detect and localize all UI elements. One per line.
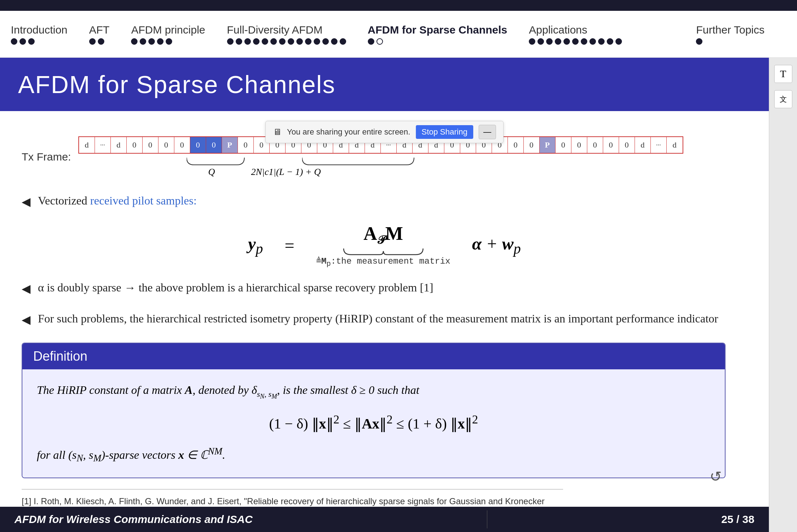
- nav-dots-applications: [529, 38, 622, 45]
- nav-dot: [253, 38, 260, 45]
- nav-dot: [89, 38, 96, 45]
- bullet-item-2: ◀ α is doubly sparse → the above problem…: [22, 279, 747, 297]
- frame-cell-0-6: 0: [206, 137, 222, 153]
- frame-cell-0-3: 0: [158, 137, 174, 153]
- nav-dot: [157, 38, 164, 45]
- definition-header: Definition: [22, 343, 725, 369]
- math-apm: A𝒫M: [363, 223, 403, 247]
- nav-dot: [331, 38, 337, 45]
- slide-title: AFDM for Sparse Channels: [18, 70, 335, 98]
- nav-dots-further-topics: [696, 38, 702, 45]
- nav-label-further-topics: Further Topics: [696, 24, 765, 36]
- nav-item-full-diversity[interactable]: Full-Diversity AFDM: [227, 24, 346, 45]
- nav-item-afdm-principle[interactable]: AFDM principle: [131, 24, 205, 45]
- definition-title: Definition: [33, 349, 87, 364]
- nav-item-applications[interactable]: Applications: [529, 24, 622, 45]
- definition-box: Definition The HiRIP constant of a matri…: [22, 343, 726, 478]
- math-underbrace-container: A𝒫M ≜Mp:the measurement matrix: [316, 223, 450, 268]
- nav-item-introduction[interactable]: Introduction: [11, 24, 67, 45]
- nav-dot: [537, 38, 544, 45]
- nav-label-afdm-principle: AFDM principle: [131, 24, 205, 36]
- bullet-text-1: Vectorized received pilot samples:: [38, 192, 197, 209]
- nav-dot: [376, 38, 383, 45]
- nav-dot: [368, 38, 374, 45]
- frame-cell-0-18: 0: [524, 137, 540, 153]
- bullet-arrow-3: ◀: [22, 311, 31, 328]
- tx-frame-label: Tx Frame:: [22, 151, 71, 163]
- math-underbrace-label: ≜Mp:the measurement matrix: [316, 256, 450, 268]
- brace-svg-left: [187, 156, 302, 167]
- frame-cell-d2: d: [111, 137, 127, 153]
- nav-dot: [262, 38, 268, 45]
- side-icon-translate[interactable]: T: [774, 65, 792, 83]
- nav-dot: [279, 38, 286, 45]
- nav-dot: [28, 38, 35, 45]
- nav-item-sparse-channels[interactable]: AFDM for Sparse Channels: [368, 24, 508, 45]
- frame-cell-d10: d: [667, 137, 683, 153]
- nav-dots-introduction: [11, 38, 35, 45]
- nav-dot: [607, 38, 613, 45]
- nav-item-further-topics[interactable]: Further Topics: [696, 24, 765, 45]
- brace-label-q: Q: [208, 167, 215, 177]
- nav-dot: [581, 38, 587, 45]
- frame-cell-0-2: 0: [143, 137, 158, 153]
- bullet-arrow-2: ◀: [22, 280, 31, 297]
- nav-dots-sparse-channels: [368, 38, 383, 45]
- frame-cell-0-19: 0: [556, 137, 571, 153]
- screen-icon: 🖥: [273, 127, 282, 137]
- nav-dots-full-diversity: [227, 38, 346, 45]
- text-icon: 文: [780, 94, 787, 104]
- frame-cell-0-21: 0: [587, 137, 603, 153]
- slide-area: AFDM for Sparse Channels 🖥 You are shari…: [0, 58, 769, 532]
- underbrace-svg: [340, 247, 427, 256]
- frame-cell-p1: P: [222, 137, 238, 153]
- bullet-section: ◀ Vectorized received pilot samples: yp …: [22, 192, 747, 328]
- slide-footer: AFDM for Wireless Communications and ISA…: [0, 507, 769, 532]
- frame-cell-0-17: 0: [508, 137, 524, 153]
- minimize-button[interactable]: —: [479, 125, 496, 139]
- definition-line1: The HiRIP constant of a matrix A, denote…: [37, 380, 710, 402]
- translate-icon: T: [780, 68, 786, 80]
- nav-dot: [19, 38, 26, 45]
- nav-item-aft[interactable]: AFT: [89, 24, 110, 45]
- nav-label-introduction: Introduction: [11, 24, 67, 36]
- frame-cell-dots3: ···: [651, 137, 667, 153]
- nav-dot: [696, 38, 702, 45]
- nav-dot: [314, 38, 320, 45]
- math-alpha-wp: α + wp: [472, 234, 521, 257]
- side-panel: T 文: [769, 58, 797, 532]
- nav-dot: [589, 38, 596, 45]
- nav-dot: [140, 38, 146, 45]
- bullet-text-2: α is doubly sparse → the above problem i…: [38, 279, 434, 296]
- nav-dots-aft: [89, 38, 104, 45]
- nav-dot: [98, 38, 104, 45]
- definition-line2: for all (sN, sM)-sparse vectors x ∈ ℂNM.: [37, 443, 710, 466]
- frame-cell-0-23: 0: [619, 137, 635, 153]
- nav-dot: [572, 38, 579, 45]
- bullet1-highlight: received pilot samples:: [90, 194, 197, 207]
- side-icon-text[interactable]: 文: [774, 90, 792, 108]
- math-equals: =: [285, 236, 295, 255]
- frame-cell-0-1: 0: [127, 137, 143, 153]
- nav-dot: [148, 38, 155, 45]
- definition-formula: (1 − δ) ‖x‖2 ≤ ‖Ax‖2 ≤ (1 + δ) ‖x‖2: [37, 409, 710, 436]
- math-equation: yp = A𝒫M ≜Mp:the measurement matrix α +: [22, 223, 747, 268]
- nav-dot: [270, 38, 277, 45]
- nav-dots-afdm-principle: [131, 38, 172, 45]
- nav-dot: [131, 38, 138, 45]
- nav-label-aft: AFT: [89, 24, 110, 36]
- top-nav-strip: [0, 0, 797, 11]
- frame-cell-d1: d: [79, 137, 95, 153]
- nav-dot: [546, 38, 553, 45]
- nav-dot: [615, 38, 622, 45]
- nav-dot: [305, 38, 312, 45]
- frame-cell-0-4: 0: [174, 137, 190, 153]
- nav-dot: [288, 38, 294, 45]
- math-yp: yp: [248, 234, 263, 257]
- frame-cell-0-5: 0: [190, 137, 206, 153]
- stop-sharing-button[interactable]: Stop Sharing: [416, 125, 473, 139]
- bullet-text-3: For such problems, the hierarchical rest…: [38, 310, 718, 327]
- footer-divider: [487, 510, 487, 528]
- brace-labels-row: Q 2N|c1|(L − 1) + Q: [187, 167, 683, 177]
- nav-dot: [227, 38, 234, 45]
